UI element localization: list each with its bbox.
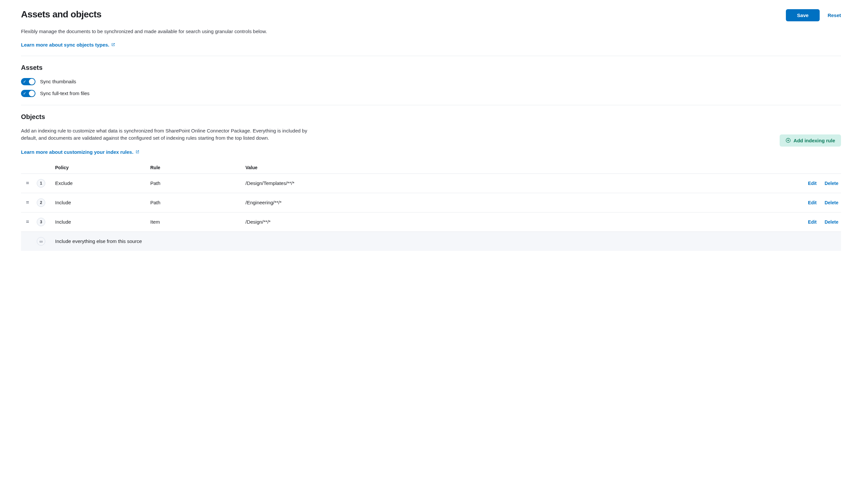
edit-button[interactable]: Edit bbox=[808, 220, 817, 225]
learn-more-sync-types-link[interactable]: Learn more about sync objects types. bbox=[21, 42, 115, 48]
drag-handle-icon[interactable]: = bbox=[26, 200, 29, 205]
toggle-sync-thumbnails[interactable]: ✓ bbox=[21, 78, 36, 85]
infinity-icon: ∞ bbox=[37, 237, 45, 246]
footer-label: Include everything else from this source bbox=[52, 231, 841, 251]
learn-more-index-rules-link[interactable]: Learn more about customizing your index … bbox=[21, 149, 140, 155]
cell-rule: Path bbox=[148, 173, 243, 193]
cell-value: /Design/**/* bbox=[243, 212, 795, 231]
cell-rule: Path bbox=[148, 193, 243, 212]
edit-button[interactable]: Edit bbox=[808, 181, 817, 186]
toggle-row-sync-fulltext: ✓ Sync full-text from files bbox=[21, 90, 841, 97]
add-button-label: Add indexing rule bbox=[794, 138, 835, 143]
indexing-rules-table: Policy Rule Value = 1 Exclude Path /Desi… bbox=[21, 162, 841, 251]
table-row: = 2 Include Path /Engineering/**/* Edit … bbox=[21, 193, 841, 212]
external-link-icon bbox=[135, 150, 140, 154]
divider bbox=[21, 56, 841, 56]
toggle-sync-fulltext[interactable]: ✓ bbox=[21, 90, 36, 97]
objects-heading: Objects bbox=[21, 113, 841, 121]
toggle-label: Sync full-text from files bbox=[40, 91, 90, 96]
learn-more-label: Learn more about sync objects types. bbox=[21, 42, 109, 48]
header-actions: Save Reset bbox=[786, 9, 841, 21]
objects-description: Add an indexing rule to customize what d… bbox=[21, 127, 310, 142]
edit-button[interactable]: Edit bbox=[808, 200, 817, 205]
table-row: = 1 Exclude Path /Design/Templates/**/* … bbox=[21, 173, 841, 193]
delete-button[interactable]: Delete bbox=[825, 220, 838, 225]
column-policy: Policy bbox=[52, 162, 148, 174]
column-rule: Rule bbox=[148, 162, 243, 174]
cell-value: /Engineering/**/* bbox=[243, 193, 795, 212]
divider bbox=[21, 105, 841, 105]
order-badge: 3 bbox=[37, 218, 45, 226]
order-badge: 1 bbox=[37, 179, 45, 188]
page-description: Flexibly manage the documents to be sync… bbox=[21, 28, 841, 36]
cell-policy: Exclude bbox=[52, 173, 148, 193]
save-button[interactable]: Save bbox=[786, 9, 820, 21]
check-icon: ✓ bbox=[23, 92, 26, 95]
toggle-label: Sync thumbnails bbox=[40, 79, 76, 84]
reset-button[interactable]: Reset bbox=[827, 12, 841, 18]
delete-button[interactable]: Delete bbox=[825, 181, 838, 186]
page-title: Assets and objects bbox=[21, 9, 101, 20]
plus-circle-icon bbox=[785, 138, 791, 143]
learn-more-label: Learn more about customizing your index … bbox=[21, 149, 133, 155]
assets-heading: Assets bbox=[21, 64, 841, 71]
cell-value: /Design/Templates/**/* bbox=[243, 173, 795, 193]
table-row: = 3 Include Item /Design/**/* Edit Delet… bbox=[21, 212, 841, 231]
toggle-knob bbox=[29, 91, 35, 96]
toggle-knob bbox=[29, 79, 35, 84]
table-footer-row: ∞ Include everything else from this sour… bbox=[21, 231, 841, 251]
toggle-row-sync-thumbnails: ✓ Sync thumbnails bbox=[21, 78, 841, 85]
drag-handle-icon[interactable]: = bbox=[26, 180, 29, 186]
column-value: Value bbox=[243, 162, 795, 174]
cell-policy: Include bbox=[52, 193, 148, 212]
cell-rule: Item bbox=[148, 212, 243, 231]
external-link-icon bbox=[111, 43, 115, 47]
delete-button[interactable]: Delete bbox=[825, 200, 838, 205]
add-indexing-rule-button[interactable]: Add indexing rule bbox=[780, 134, 841, 147]
check-icon: ✓ bbox=[23, 80, 26, 84]
drag-handle-icon[interactable]: = bbox=[26, 219, 29, 225]
order-badge: 2 bbox=[37, 198, 45, 207]
cell-policy: Include bbox=[52, 212, 148, 231]
